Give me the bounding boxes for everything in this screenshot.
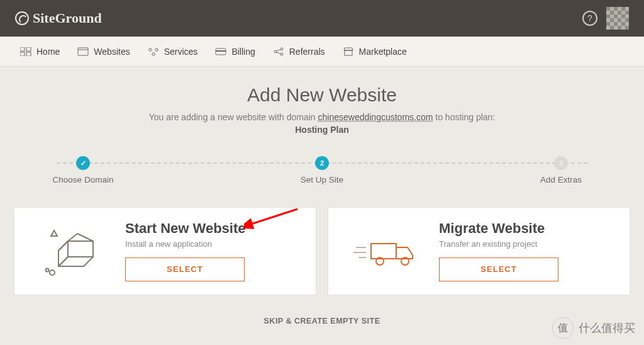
help-icon[interactable]: ?: [582, 11, 597, 26]
card-migrate-website: Migrate Website Transfer an existing pro…: [328, 207, 630, 295]
referrals-icon: [273, 47, 284, 56]
svg-rect-4: [78, 48, 88, 55]
sub-prefix: You are adding a new website with domain: [149, 112, 318, 122]
avatar[interactable]: [606, 7, 629, 30]
truck-illustration-icon: [335, 219, 435, 282]
card-start-body: Start New Website Install a new applicat…: [121, 220, 306, 281]
card-start-title: Start New Website: [125, 220, 306, 237]
nav-billing[interactable]: Billing: [215, 47, 255, 57]
nav-referrals-label: Referrals: [289, 47, 325, 57]
marketplace-icon: [343, 47, 354, 56]
watermark-text: 什么值得买: [579, 320, 635, 336]
svg-line-14: [277, 50, 280, 52]
navbar: Home Websites Services Billing Referrals…: [0, 37, 644, 67]
select-migrate-button[interactable]: SELECT: [439, 257, 558, 281]
card-start-new-website: Start New Website Install a new applicat…: [14, 207, 316, 295]
card-start-sub: Install a new application: [125, 239, 306, 249]
page-subtitle: You are adding a new website with domain…: [0, 112, 644, 122]
card-migrate-sub: Transfer an existing project: [439, 239, 619, 249]
nav-services[interactable]: Services: [148, 47, 198, 57]
svg-rect-2: [20, 52, 25, 56]
stepper: ✓ Choose Domain 2 Set Up Site 3 Add Extr…: [45, 156, 599, 184]
svg-marker-19: [68, 241, 93, 257]
svg-rect-23: [371, 244, 396, 259]
nav-marketplace-label: Marketplace: [359, 47, 407, 57]
svg-rect-16: [345, 50, 352, 55]
svg-rect-0: [20, 47, 25, 51]
watermark-badge: 值: [552, 317, 574, 339]
step1-badge: ✓: [76, 156, 90, 170]
step2-badge: 2: [315, 156, 329, 170]
billing-icon: [215, 47, 226, 56]
nav-websites-label: Websites: [94, 47, 130, 57]
home-icon: [20, 47, 31, 56]
card-migrate-title: Migrate Website: [439, 220, 619, 237]
step3-badge: 3: [554, 156, 568, 170]
hosting-plan: Hosting Plan: [0, 125, 644, 135]
nav-home[interactable]: Home: [20, 47, 60, 57]
nav-marketplace[interactable]: Marketplace: [343, 47, 407, 57]
svg-point-21: [50, 270, 55, 275]
websites-icon: [77, 47, 89, 56]
brand-text: SiteGround: [33, 10, 102, 26]
main: Add New Website You are adding a new web…: [0, 67, 644, 325]
sub-suffix: to hosting plan:: [433, 112, 495, 122]
svg-rect-3: [26, 52, 31, 56]
svg-point-12: [280, 48, 283, 50]
step-choose-domain: ✓ Choose Domain: [45, 156, 121, 184]
page-title: Add New Website: [0, 84, 644, 106]
step2-label: Set Up Site: [284, 175, 360, 184]
domain-text: chineseweddingcustoms.com: [318, 112, 433, 122]
svg-point-6: [148, 48, 151, 51]
brand-icon: [15, 11, 29, 25]
step-set-up-site: 2 Set Up Site: [284, 156, 360, 184]
svg-rect-10: [216, 50, 226, 52]
svg-point-22: [46, 269, 49, 272]
nav-websites[interactable]: Websites: [77, 47, 130, 57]
svg-point-7: [155, 48, 157, 51]
svg-rect-1: [26, 47, 31, 51]
services-icon: [148, 47, 159, 56]
svg-marker-20: [51, 230, 57, 236]
svg-line-15: [277, 52, 280, 54]
svg-marker-18: [58, 241, 68, 266]
option-cards: Start New Website Install a new applicat…: [14, 207, 630, 295]
watermark: 值 什么值得买: [552, 317, 635, 339]
nav-billing-label: Billing: [231, 47, 255, 57]
svg-point-11: [274, 50, 277, 53]
box-illustration-icon: [21, 219, 121, 282]
nav-home-label: Home: [36, 47, 60, 57]
topbar: SiteGround ?: [0, 0, 644, 37]
brand[interactable]: SiteGround: [15, 10, 102, 26]
step1-label: Choose Domain: [45, 175, 121, 184]
skip-create-empty-link[interactable]: SKIP & CREATE EMPTY SITE: [0, 317, 644, 325]
nav-referrals[interactable]: Referrals: [273, 47, 325, 57]
step-add-extras: 3 Add Extras: [523, 156, 599, 184]
select-start-button[interactable]: SELECT: [125, 257, 245, 281]
nav-services-label: Services: [164, 47, 198, 57]
svg-point-13: [280, 53, 283, 55]
step3-label: Add Extras: [523, 175, 599, 184]
topbar-right: ?: [582, 7, 629, 30]
svg-point-8: [152, 53, 154, 55]
card-migrate-body: Migrate Website Transfer an existing pro…: [435, 220, 619, 281]
